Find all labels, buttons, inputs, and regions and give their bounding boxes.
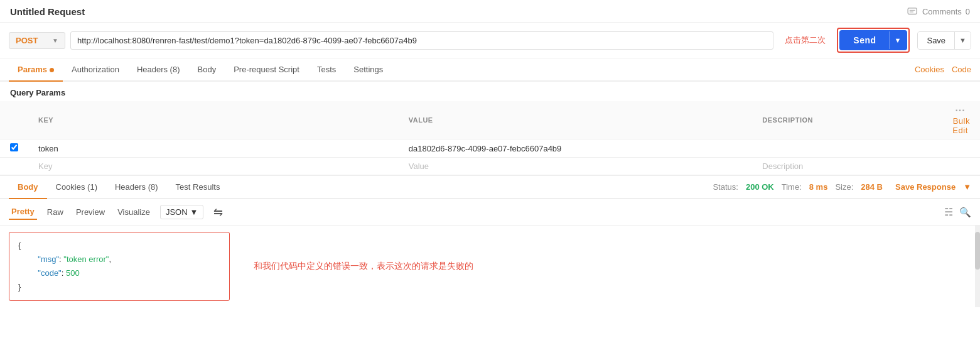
click-hint-label: 点击第二次 [778,35,832,46]
save-button[interactable]: Save [918,32,954,49]
format-select-label: JSON [166,207,188,217]
response-tab-test-results-label: Test Results [176,182,220,192]
save-response-arrow-icon[interactable]: ▼ [963,182,971,192]
tab-settings[interactable]: Settings [345,58,392,82]
col-actions: ··· Bulk Edit [940,101,980,139]
response-tab-cookies-label: Cookies (1) [56,182,97,192]
page-title: Untitled Request [10,6,85,17]
comments-label: Comments [922,7,962,16]
tab-pre-request-label: Pre-request Script [234,65,299,74]
url-input[interactable] [70,31,773,50]
response-format-bar: Pretty Raw Preview Visualize JSON ▼ ⇋ ☵ … [0,199,980,226]
params-table: KEY VALUE DESCRIPTION ··· Bulk Edit toke… [0,101,980,175]
tab-body[interactable]: Body [189,58,225,82]
search-icon[interactable]: 🔍 [959,207,971,218]
save-dropdown-button[interactable]: ▼ [954,32,971,49]
tabs-right: Cookies Code [915,65,971,74]
response-right: 和我们代码中定义的错误一致，表示这次的请求是失败的 [239,226,975,307]
empty-key-cell: Key [28,158,399,175]
code-link[interactable]: Code [952,65,971,74]
response-tab-test-results[interactable]: Test Results [167,176,229,199]
scrollbar[interactable] [975,226,980,307]
json-colon-2: : [62,268,66,278]
comments-area: Comments 0 [907,7,970,16]
send-button[interactable]: Send [841,31,888,49]
response-tab-cookies[interactable]: Cookies (1) [47,176,106,199]
response-tab-headers-label: Headers (8) [115,182,158,192]
save-response-button[interactable]: Save Response [895,182,956,192]
copy-icon[interactable]: ☵ [944,206,953,218]
scrollbar-thumb[interactable] [975,232,980,270]
fmt-tab-preview[interactable]: Preview [73,205,107,219]
row-checkbox[interactable] [10,143,18,151]
cookies-link[interactable]: Cookies [915,65,944,74]
send-dropdown-button[interactable]: ▼ [889,31,907,49]
method-select[interactable]: POST ▼ [9,32,65,49]
format-select-arrow-icon: ▼ [190,207,198,217]
table-row-empty: Key Value Description [0,158,980,175]
tab-params-label: Params [18,65,47,74]
send-area: Send ▼ [837,28,910,53]
format-select[interactable]: JSON ▼ [160,205,204,219]
response-content: { "msg": "token error", "code": 500 } 和我… [0,226,980,307]
url-bar: POST ▼ 点击第二次 Send ▼ Save ▼ [0,23,980,58]
wrap-icon[interactable]: ⇋ [213,205,223,219]
response-status: Status: 200 OK Time: 8 ms Size: 284 B Sa… [713,182,971,192]
param-value: da1802d6-879c-4099-ae07-febc6607a4b9 [399,139,753,158]
query-params-header: Query Params [0,82,980,101]
fmt-tab-visualize[interactable]: Visualize [115,205,153,219]
response-tab-headers[interactable]: Headers (8) [106,176,167,199]
empty-value-cell: Value [399,158,753,175]
comments-count: 0 [966,7,970,16]
json-value-msg: "token error" [63,254,109,264]
title-bar: Untitled Request Comments 0 [0,0,980,23]
json-value-code: 500 [66,268,80,278]
tab-body-label: Body [198,65,217,74]
table-row: token da1802d6-879c-4099-ae07-febc6607a4… [0,139,980,158]
bulk-edit-button[interactable]: Bulk Edit [952,116,970,135]
param-key: token [28,139,399,158]
method-chevron-icon: ▼ [52,37,58,44]
json-brace-close: } [18,282,21,292]
json-brace-open: { [18,241,21,250]
json-response-box: { "msg": "token error", "code": 500 } [9,232,230,301]
time-label: Time: [782,182,802,192]
comments-icon [907,8,918,16]
send-btn-group: Send ▼ [839,30,907,50]
status-value: 200 OK [746,182,774,192]
row-actions [940,139,980,158]
params-dot [50,68,54,72]
tab-authorization-label: Authorization [72,65,119,74]
size-label: Size: [835,182,853,192]
save-btn-group: Save ▼ [917,31,971,50]
tab-tests-label: Tests [317,65,336,74]
time-value: 8 ms [809,182,828,192]
tab-pre-request[interactable]: Pre-request Script [225,58,308,82]
svg-rect-0 [908,8,917,14]
empty-desc-cell: Description [752,158,940,175]
size-value: 284 B [861,182,883,192]
fmt-tab-raw[interactable]: Raw [45,205,66,219]
col-description: DESCRIPTION [752,101,940,139]
fmt-tab-pretty[interactable]: Pretty [9,204,37,220]
tab-settings-label: Settings [353,65,383,74]
col-key: KEY [28,101,399,139]
json-key-code: "code" [38,268,61,278]
tab-headers[interactable]: Headers (8) [128,58,189,82]
col-value: VALUE [399,101,753,139]
param-description [752,139,940,158]
response-tab-body-label: Body [18,182,38,192]
tab-tests[interactable]: Tests [308,58,345,82]
request-tabs-bar: Params Authorization Headers (8) Body Pr… [0,58,980,82]
json-key-msg: "msg" [38,254,59,264]
empty-actions [940,158,980,175]
response-tab-body[interactable]: Body [9,176,47,199]
method-label: POST [16,36,38,45]
status-label: Status: [713,182,738,192]
tab-authorization[interactable]: Authorization [63,58,128,82]
annotation-text: 和我们代码中定义的错误一致，表示这次的请求是失败的 [254,261,473,272]
response-tabs-bar: Body Cookies (1) Headers (8) Test Result… [0,176,980,199]
tab-headers-label: Headers (8) [137,65,180,74]
json-comma-1: , [109,254,111,264]
tab-params[interactable]: Params [9,58,63,82]
